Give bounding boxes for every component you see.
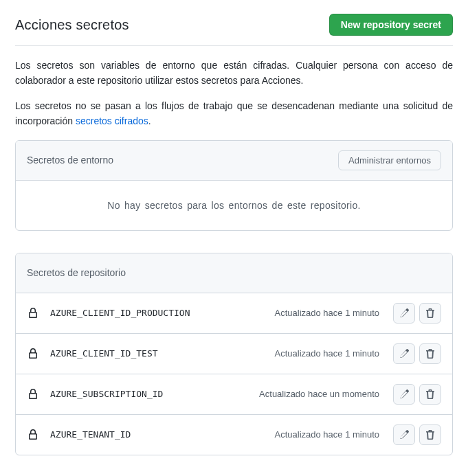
edit-secret-button[interactable] xyxy=(393,343,415,364)
encrypted-secrets-link[interactable]: secretos cifrados xyxy=(76,115,148,126)
lock-icon xyxy=(27,389,38,400)
trash-icon xyxy=(425,389,436,400)
secret-updated-time: Actualizado hace 1 minuto xyxy=(275,429,379,440)
lock-icon xyxy=(27,429,38,440)
pencil-icon xyxy=(399,308,410,319)
secret-name: AZURE_TENANT_ID xyxy=(50,429,264,440)
environment-secrets-empty-text: No hay secretos para los entornos de est… xyxy=(16,181,452,230)
description-line-1: Los secretos son variables de entorno qu… xyxy=(15,58,453,88)
secret-lock-icon-slot xyxy=(27,308,39,319)
repository-secrets-panel: Secretos de repositorio AZURE_CLIENT_ID_… xyxy=(15,253,453,455)
environment-secrets-panel: Secretos de entorno Administrar entornos… xyxy=(15,140,453,231)
secret-updated-time: Actualizado hace 1 minuto xyxy=(275,348,379,359)
secret-lock-icon-slot xyxy=(27,389,39,400)
secret-lock-icon-slot xyxy=(27,348,39,359)
environment-secrets-title: Secretos de entorno xyxy=(27,155,113,166)
lock-icon xyxy=(27,348,38,359)
trash-icon xyxy=(425,348,436,359)
secret-name: AZURE_SUBSCRIPTION_ID xyxy=(50,389,248,399)
manage-environments-button[interactable]: Administrar entornos xyxy=(338,150,441,170)
repository-secrets-title: Secretos de repositorio xyxy=(27,267,126,278)
repository-secrets-header: Secretos de repositorio xyxy=(16,253,452,293)
edit-secret-button[interactable] xyxy=(393,384,415,405)
pencil-icon xyxy=(399,389,410,400)
trash-icon xyxy=(425,308,436,319)
secret-row: AZURE_CLIENT_ID_PRODUCTIONActualizado ha… xyxy=(16,293,452,333)
pencil-icon xyxy=(399,348,410,359)
delete-secret-button[interactable] xyxy=(419,384,441,405)
delete-secret-button[interactable] xyxy=(419,343,441,364)
description-line-2: Los secretos no se pasan a los flujos de… xyxy=(15,99,453,128)
secret-row: AZURE_SUBSCRIPTION_IDActualizado hace un… xyxy=(16,374,452,414)
lock-icon xyxy=(27,308,38,319)
secret-name: AZURE_CLIENT_ID_PRODUCTION xyxy=(50,308,264,318)
new-repository-secret-button[interactable]: New repository secret xyxy=(329,14,453,36)
environment-secrets-header: Secretos de entorno Administrar entornos xyxy=(16,141,452,181)
description-line-2-suffix: . xyxy=(148,115,151,126)
secret-actions xyxy=(393,424,441,445)
delete-secret-button[interactable] xyxy=(419,303,441,324)
secret-updated-time: Actualizado hace 1 minuto xyxy=(275,308,379,318)
secret-name: AZURE_CLIENT_ID_TEST xyxy=(50,348,264,359)
secret-actions xyxy=(393,343,441,364)
trash-icon xyxy=(425,429,436,440)
secret-row: AZURE_CLIENT_ID_TESTActualizado hace 1 m… xyxy=(16,333,452,374)
secret-lock-icon-slot xyxy=(27,429,39,440)
pencil-icon xyxy=(399,429,410,440)
edit-secret-button[interactable] xyxy=(393,424,415,445)
secret-actions xyxy=(393,384,441,405)
edit-secret-button[interactable] xyxy=(393,303,415,324)
secret-row: AZURE_TENANT_IDActualizado hace 1 minuto xyxy=(16,414,452,455)
page-title: Acciones secretos xyxy=(15,17,129,33)
page-header: Acciones secretos New repository secret xyxy=(15,0,453,46)
secret-actions xyxy=(393,303,441,324)
secret-updated-time: Actualizado hace un momento xyxy=(259,389,379,399)
delete-secret-button[interactable] xyxy=(419,424,441,445)
